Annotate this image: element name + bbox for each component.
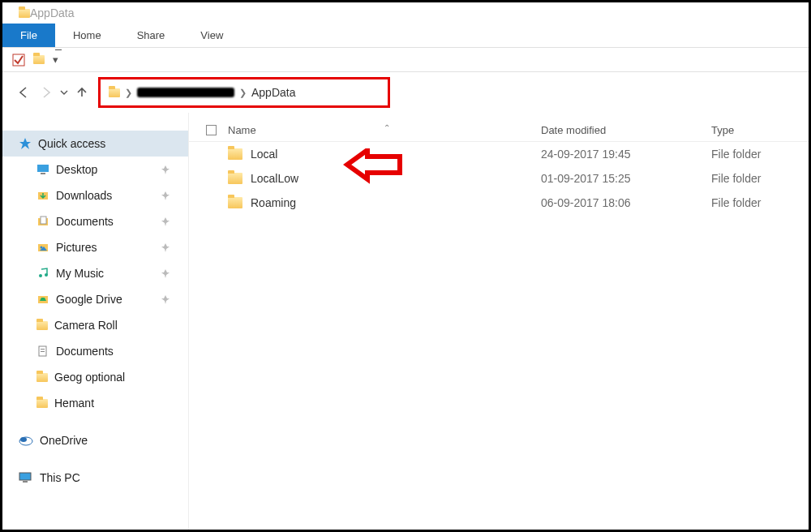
chevron-right-icon: ❯ [125,88,132,98]
sidebar-item-my-music[interactable]: My Music [2,260,188,286]
sidebar-item-google-drive[interactable]: Google Drive [2,286,188,312]
tab-file[interactable]: File [2,24,55,47]
gdrive-icon [36,293,49,306]
folder-icon [36,399,48,408]
table-row[interactable]: Roaming 06-09-2017 18:06 File folder [189,191,809,215]
sidebar-item-desktop[interactable]: Desktop [2,157,188,182]
file-name: LocalLow [251,172,298,185]
sidebar-quick-access[interactable]: Quick access [2,131,188,157]
sidebar-onedrive[interactable]: OneDrive [2,427,188,453]
desktop-icon [36,163,49,176]
address-bar[interactable]: ❯ ❯ AppData [98,77,390,108]
sidebar-item-label: Desktop [56,163,97,176]
file-name: Roaming [251,196,296,209]
file-date: 24-09-2017 19:45 [541,148,711,161]
breadcrumb-current[interactable]: AppData [251,86,295,99]
documents-icon [36,215,49,228]
navigation-sidebar: Quick access Desktop Downloads Documents… [2,113,189,530]
sidebar-item-label: Documents [56,215,114,228]
star-icon [19,137,32,150]
svg-rect-3 [41,173,45,174]
sidebar-label: Quick access [38,137,105,150]
svg-rect-19 [23,481,28,483]
sidebar-item-pictures[interactable]: Pictures [2,234,188,260]
svg-marker-1 [19,138,31,149]
pin-icon [161,217,170,226]
tab-view[interactable]: View [182,24,241,47]
file-type: File folder [711,196,809,209]
sidebar-item-label: Documents [56,345,114,358]
svg-rect-15 [41,351,45,352]
column-headers: Name ⌃ Date modified Type [189,119,809,142]
file-date: 01-09-2017 15:25 [541,172,711,185]
properties-icon[interactable] [12,54,25,66]
column-header-date[interactable]: Date modified [541,124,711,136]
chevron-right-icon: ❯ [239,88,247,98]
file-name: Local [251,148,277,161]
music-icon [36,267,49,280]
sidebar-item-label: Google Drive [56,293,122,306]
sidebar-item-label: Hemant [54,397,94,410]
pin-icon [161,242,170,252]
folder-icon [19,9,30,18]
documents-icon [36,345,49,358]
sidebar-item-downloads[interactable]: Downloads [2,182,188,208]
file-date: 06-09-2017 18:06 [541,196,711,209]
select-all-checkbox[interactable] [189,125,221,135]
svg-rect-14 [41,349,45,350]
table-row[interactable]: Local 24-09-2017 19:45 File folder [189,142,809,166]
window-title-bar: AppData [2,2,809,24]
sidebar-label: OneDrive [40,434,88,447]
folder-icon [228,173,242,184]
sidebar-item-label: Geog optional [54,371,125,384]
pin-icon [161,191,170,200]
pin-icon [161,294,170,304]
sidebar-item-geog-optional[interactable]: Geog optional [2,364,188,390]
table-row[interactable]: LocalLow 01-09-2017 15:25 File folder [189,166,809,191]
quick-access-toolbar: ▾ [2,48,809,72]
pictures-icon [36,241,49,254]
ribbon-tabs: File Home Share View [2,24,809,48]
sidebar-item-hemant[interactable]: Hemant [2,390,188,416]
tab-home[interactable]: Home [55,24,119,47]
pin-icon [161,165,170,174]
column-header-type[interactable]: Type [711,124,809,136]
redacted-user-segment [137,88,234,97]
folder-icon [36,321,48,330]
folder-icon [36,373,48,382]
svg-rect-18 [19,473,31,480]
dropdown-icon[interactable]: ▾ [53,54,58,66]
svg-point-9 [39,274,42,277]
folder-icon [228,197,242,208]
sidebar-item-label: My Music [56,267,104,280]
nav-row: ❯ ❯ AppData [2,72,809,113]
sidebar-label: This PC [40,471,80,484]
pin-icon [161,268,170,278]
sidebar-item-label: Camera Roll [54,319,118,332]
svg-point-10 [45,273,48,277]
sidebar-item-documents-2[interactable]: Documents [2,338,188,364]
file-type: File folder [711,172,809,185]
sidebar-item-label: Pictures [56,241,97,254]
svg-point-17 [20,437,27,442]
recent-dropdown[interactable] [58,81,71,104]
forward-button[interactable] [35,81,58,104]
up-button[interactable] [71,81,93,104]
onedrive-icon [19,435,33,446]
sidebar-item-label: Downloads [56,189,112,202]
window-title: AppData [30,6,74,19]
back-button[interactable] [12,81,35,104]
folder-icon [109,88,120,97]
sidebar-item-camera-roll[interactable]: Camera Roll [2,312,188,338]
sidebar-this-pc[interactable]: This PC [2,465,188,491]
downloads-icon [36,189,49,202]
column-header-name[interactable]: Name ⌃ [221,124,541,136]
svg-rect-2 [37,165,49,172]
computer-icon [19,472,33,483]
file-list: Name ⌃ Date modified Type Local 24-09-20… [189,113,809,530]
svg-rect-6 [41,217,46,224]
sidebar-item-documents[interactable]: Documents [2,208,188,234]
folder-icon[interactable] [33,55,45,64]
file-type: File folder [711,148,809,161]
tab-share[interactable]: Share [119,24,183,47]
